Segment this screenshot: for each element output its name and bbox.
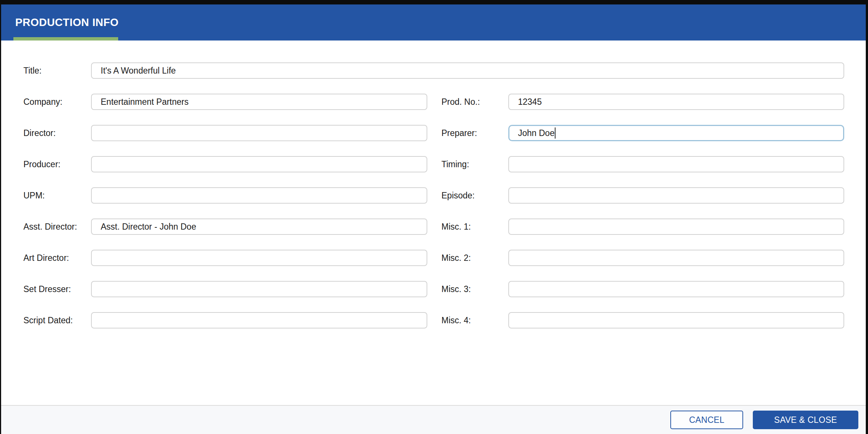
director-input[interactable] [91, 125, 427, 141]
misc-3-label: Misc. 3: [427, 284, 508, 294]
preparer-value: John Doe [518, 128, 554, 138]
title-label: Title: [1, 66, 91, 76]
form-row-upm: UPM:Episode: [1, 187, 866, 204]
company-input[interactable]: Entertainment Partners [91, 94, 427, 110]
title-input[interactable]: It's A Wonderful Life [91, 62, 844, 79]
art-director-input[interactable] [91, 250, 427, 266]
asst-director-input[interactable]: Asst. Director - John Doe [91, 218, 427, 235]
text-caret [555, 127, 556, 139]
form-row-producer: Producer:Timing: [1, 156, 866, 172]
screen: PRODUCTION INFO Title:It's A Wonderful L… [0, 0, 868, 434]
misc-2-label: Misc. 2: [427, 253, 508, 263]
dialog-title: PRODUCTION INFO [15, 16, 119, 28]
active-tab-indicator [13, 37, 118, 41]
dialog-header: PRODUCTION INFO [1, 4, 866, 41]
script-dated-label: Script Dated: [1, 315, 91, 326]
save-and-close-button[interactable]: SAVE & CLOSE [753, 411, 858, 429]
form-body: Title:It's A Wonderful LifeCompany:Enter… [1, 41, 866, 405]
prod-no-label: Prod. No.: [427, 97, 508, 107]
form-row-art-director: Art Director:Misc. 2: [1, 250, 866, 266]
title-value: It's A Wonderful Life [101, 66, 176, 76]
art-director-label: Art Director: [1, 253, 91, 263]
episode-input[interactable] [508, 187, 844, 204]
form-row-asst-director: Asst. Director:Asst. Director - John Doe… [1, 218, 866, 235]
production-info-dialog: PRODUCTION INFO Title:It's A Wonderful L… [1, 4, 866, 434]
misc-3-input[interactable] [508, 281, 844, 297]
asst-director-label: Asst. Director: [1, 222, 91, 232]
timing-label: Timing: [427, 159, 508, 169]
episode-label: Episode: [427, 191, 508, 201]
misc-4-input[interactable] [508, 312, 844, 328]
preparer-label: Preparer: [427, 128, 508, 138]
asst-director-value: Asst. Director - John Doe [101, 222, 196, 232]
misc-1-label: Misc. 1: [427, 222, 508, 232]
upm-input[interactable] [91, 187, 427, 204]
form-row-title: Title:It's A Wonderful Life [1, 62, 866, 79]
producer-input[interactable] [91, 156, 427, 172]
form-row-set-dresser: Set Dresser:Misc. 3: [1, 281, 866, 297]
form-row-script-dated: Script Dated:Misc. 4: [1, 312, 866, 328]
director-label: Director: [1, 128, 91, 138]
producer-label: Producer: [1, 159, 91, 169]
dialog-footer: CANCEL SAVE & CLOSE [1, 405, 866, 434]
timing-input[interactable] [508, 156, 844, 172]
company-label: Company: [1, 97, 91, 107]
set-dresser-label: Set Dresser: [1, 284, 91, 294]
misc-1-input[interactable] [508, 218, 844, 235]
upm-label: UPM: [1, 191, 91, 201]
preparer-input[interactable]: John Doe [508, 125, 844, 141]
form-row-director: Director:Preparer:John Doe [1, 125, 866, 141]
form-row-company: Company:Entertainment PartnersProd. No.:… [1, 94, 866, 110]
misc-2-input[interactable] [508, 250, 844, 266]
script-dated-input[interactable] [91, 312, 427, 328]
prod-no-value: 12345 [518, 97, 542, 107]
misc-4-label: Misc. 4: [427, 315, 508, 326]
set-dresser-input[interactable] [91, 281, 427, 297]
cancel-button[interactable]: CANCEL [670, 411, 743, 429]
company-value: Entertainment Partners [101, 97, 189, 107]
prod-no-input[interactable]: 12345 [508, 94, 844, 110]
